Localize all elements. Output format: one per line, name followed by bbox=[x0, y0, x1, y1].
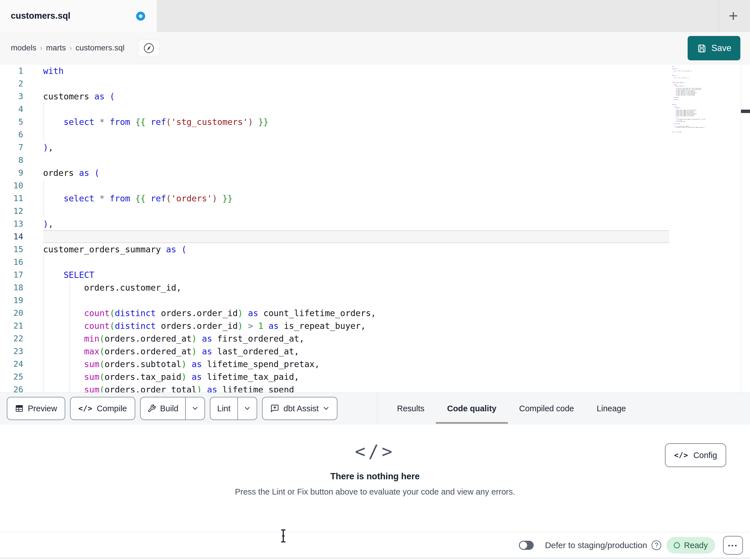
line-number: 4 bbox=[0, 103, 23, 116]
code-line: sum(orders.tax_paid) as lifetime_tax_pai… bbox=[43, 371, 669, 383]
build-button[interactable]: Build bbox=[141, 397, 185, 419]
code-line: orders.customer_id, bbox=[43, 281, 669, 294]
lint-button[interactable]: Lint bbox=[211, 397, 237, 419]
line-number: 1 bbox=[0, 65, 23, 77]
code-line: sum(orders.subtotal) as lifetime_spend_p… bbox=[43, 358, 669, 371]
code-line bbox=[43, 103, 669, 116]
code-lines[interactable]: withcustomers as ( select * from {{ ref(… bbox=[43, 65, 669, 392]
line-number: 8 bbox=[0, 154, 23, 167]
file-tab[interactable]: customers.sql bbox=[0, 0, 157, 32]
compass-icon bbox=[142, 42, 155, 55]
code-line: count(distinct orders.order_id) as count… bbox=[43, 307, 669, 319]
line-number: 12 bbox=[0, 205, 23, 217]
indent-guide bbox=[43, 179, 44, 217]
indent-guide bbox=[70, 281, 70, 392]
breadcrumb-row: models›marts›customers.sql Save bbox=[0, 32, 750, 64]
code-line: min(orders.ordered_at) as first_ordered_… bbox=[43, 332, 669, 345]
code-line: SELECT bbox=[43, 269, 669, 281]
line-number: 14 bbox=[0, 230, 23, 243]
line-number: 19 bbox=[0, 294, 23, 307]
wrench-icon bbox=[147, 404, 156, 413]
action-toolbar: Preview </> Compile Build bbox=[0, 392, 750, 425]
chevron-down-icon bbox=[192, 407, 198, 411]
dbt-assist-button-label: dbt Assist bbox=[283, 404, 319, 413]
defer-label: Defer to staging/production bbox=[545, 540, 647, 550]
ready-status-badge[interactable]: Ready bbox=[666, 537, 715, 554]
unsaved-indicator-dot bbox=[136, 12, 145, 21]
toggle-knob bbox=[520, 542, 527, 549]
panel-tabs: Results Code quality Compiled code Linea… bbox=[386, 393, 637, 424]
minimap[interactable]: withcustomers as ( select * from {{ ref(… bbox=[672, 66, 740, 389]
line-number: 9 bbox=[0, 167, 23, 179]
save-icon bbox=[697, 43, 707, 53]
breadcrumb-item-file: customers.sql bbox=[75, 43, 124, 52]
dbt-assist-button[interactable]: dbt Assist bbox=[262, 397, 337, 420]
code-icon: </> bbox=[78, 404, 93, 413]
config-button-label: Config bbox=[693, 451, 717, 460]
toolbar-buttons: Preview </> Compile Build bbox=[7, 397, 337, 420]
tab-results[interactable]: Results bbox=[386, 393, 436, 424]
code-line bbox=[43, 77, 669, 90]
tab-lineage[interactable]: Lineage bbox=[585, 393, 637, 424]
defer-toggle[interactable] bbox=[519, 541, 534, 550]
empty-state-subtitle: Press the Lint or Fix button above to ev… bbox=[235, 487, 515, 497]
line-number-gutter[interactable]: 1234567891011121314151617181920212223242… bbox=[0, 65, 23, 392]
preview-button[interactable]: Preview bbox=[7, 397, 65, 420]
line-number: 3 bbox=[0, 90, 23, 103]
assist-chat-icon bbox=[270, 404, 279, 413]
code-editor[interactable]: 1234567891011121314151617181920212223242… bbox=[0, 64, 750, 392]
code-line: orders as ( bbox=[43, 167, 669, 179]
tab-code-quality[interactable]: Code quality bbox=[436, 393, 508, 424]
indent-guide bbox=[43, 103, 44, 141]
scrollbar-thumb[interactable] bbox=[741, 110, 750, 113]
save-button[interactable]: Save bbox=[688, 36, 741, 60]
code-line: select * from {{ ref('stg_customers') }} bbox=[43, 116, 669, 128]
scrollbar-track bbox=[741, 64, 741, 392]
indent-guide bbox=[43, 255, 44, 392]
compile-button[interactable]: </> Compile bbox=[70, 397, 135, 420]
code-line bbox=[43, 154, 669, 167]
line-number: 18 bbox=[0, 281, 23, 294]
overflow-menu-button[interactable]: ●●● bbox=[723, 536, 743, 555]
breadcrumb-item-marts[interactable]: marts bbox=[46, 43, 66, 52]
build-dropdown-button[interactable] bbox=[185, 397, 204, 419]
breadcrumb: models›marts›customers.sql bbox=[11, 32, 124, 64]
lint-dropdown-button[interactable] bbox=[237, 397, 257, 419]
line-number: 15 bbox=[0, 243, 23, 256]
config-button[interactable]: </> Config bbox=[665, 443, 726, 467]
line-number: 20 bbox=[0, 307, 23, 319]
code-line: max(orders.ordered_at) as last_ordered_a… bbox=[43, 345, 669, 358]
code-line bbox=[43, 128, 669, 141]
breadcrumb-separator: › bbox=[66, 44, 75, 52]
chevron-down-icon bbox=[244, 407, 250, 411]
minimap-content: withcustomers as ( select * from {{ ref(… bbox=[672, 66, 738, 132]
breadcrumb-item-models[interactable]: models bbox=[11, 43, 36, 52]
build-split-button: Build bbox=[140, 397, 205, 420]
code-line: ), bbox=[43, 141, 669, 154]
line-number: 5 bbox=[0, 116, 23, 128]
new-tab-button[interactable]: + bbox=[722, 0, 745, 32]
code-line: customer_orders_summary as ( bbox=[43, 243, 669, 256]
help-icon[interactable]: ? bbox=[652, 540, 661, 550]
code-line: with bbox=[43, 65, 669, 77]
preview-button-label: Preview bbox=[28, 404, 57, 413]
code-icon: </> bbox=[674, 451, 688, 459]
empty-state: </> There is nothing here Press the Lint… bbox=[235, 441, 515, 497]
tab-compiled-code[interactable]: Compiled code bbox=[508, 393, 585, 424]
code-line bbox=[43, 256, 669, 269]
dbt-ide-window: customers.sql + models›marts›customers.s… bbox=[0, 0, 750, 560]
line-number: 11 bbox=[0, 192, 23, 205]
explore-lineage-button[interactable] bbox=[138, 39, 160, 57]
line-number: 17 bbox=[0, 269, 23, 281]
code-line: select * from {{ ref('orders') }} bbox=[43, 192, 669, 205]
code-line: select * from joined bbox=[672, 131, 738, 132]
line-number: 6 bbox=[0, 128, 23, 141]
code-line: sum(orders.order_total) as lifetime_spen… bbox=[43, 383, 669, 392]
line-number: 10 bbox=[0, 179, 23, 192]
toolbar-divider bbox=[377, 393, 377, 424]
chevron-down-icon bbox=[323, 407, 329, 411]
window-bottom-edge bbox=[0, 558, 750, 559]
line-number: 16 bbox=[0, 256, 23, 269]
code-line: customers as ( bbox=[43, 90, 669, 103]
code-quality-panel: </> There is nothing here Press the Lint… bbox=[0, 424, 750, 532]
